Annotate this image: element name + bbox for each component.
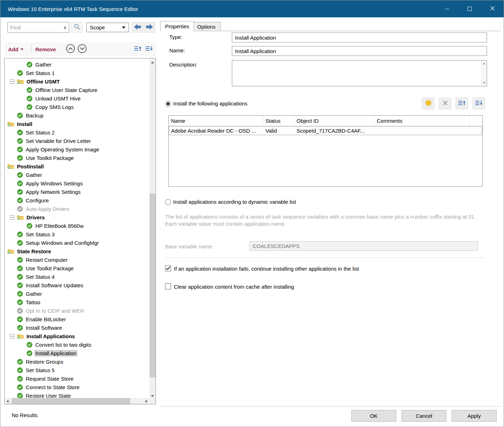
tree-item[interactable]: Gather [5, 289, 150, 298]
tree-item[interactable]: Install Application [5, 349, 150, 357]
vertical-scroll-thumb[interactable] [150, 194, 156, 377]
find-input[interactable] [8, 24, 61, 30]
tree-item[interactable]: Restore User State [5, 391, 150, 398]
tree-item[interactable]: Drivers [5, 213, 150, 221]
tree-item[interactable]: HP EliteBook 8560w [5, 221, 150, 230]
tree-item[interactable]: Opt In to CEIP and WER [5, 306, 150, 315]
maximize-button[interactable] [458, 0, 481, 17]
tree-item[interactable]: Setup Windows and ConfigMgr [5, 238, 150, 247]
ok-button[interactable]: OK [351, 410, 396, 422]
tree-item[interactable]: Install [5, 120, 150, 128]
close-button[interactable] [481, 0, 504, 17]
scroll-down-icon[interactable] [150, 392, 156, 398]
tree-item[interactable]: Connect to State Store [5, 383, 150, 391]
table-row[interactable]: Adobe Acrobat Reader DC - OSD ...ValidSc… [169, 126, 482, 135]
column-header-status[interactable]: Status [263, 116, 294, 126]
tree-item-label: HP EliteBook 8560w [34, 223, 84, 229]
tree-item[interactable]: Offline User State Capture [5, 86, 150, 94]
new-application-button[interactable] [422, 98, 434, 109]
type-field[interactable] [232, 33, 487, 42]
tree-item[interactable]: Apply Windows Settings [5, 179, 150, 187]
tree-item[interactable]: Tattoo [5, 298, 150, 306]
group-folder-icon [7, 121, 14, 127]
tree-item[interactable]: Copy SMS Logs [5, 103, 150, 111]
tree-item[interactable]: Enable BitLocker [5, 315, 150, 323]
tree-item[interactable]: Convert list to two digits [5, 340, 150, 349]
continue-on-fail-checkbox[interactable] [165, 265, 171, 271]
name-field[interactable] [232, 46, 487, 56]
scroll-left-icon[interactable] [5, 398, 11, 404]
clear-cache-checkbox[interactable] [165, 283, 171, 289]
find-clear-button[interactable]: x [61, 25, 69, 30]
move-application-down-button[interactable] [473, 98, 485, 109]
find-next-button[interactable] [144, 22, 155, 33]
collapse-expander-icon[interactable] [10, 215, 14, 220]
tree-item[interactable]: Use Toolkit Package [5, 264, 150, 272]
tree-item[interactable]: Request State Store [5, 374, 150, 383]
expand-all-button[interactable] [77, 44, 87, 54]
tree-item[interactable]: Auto Apply Drivers [5, 204, 150, 213]
collapse-all-button[interactable] [66, 44, 75, 54]
tree-item[interactable]: State Restore [5, 247, 150, 255]
tree-item[interactable]: Restart Computer [5, 255, 150, 264]
tree-item-label: Apply Operating System Image [25, 146, 100, 153]
tree-item-label: Gather [25, 172, 43, 178]
move-step-up-button[interactable] [133, 44, 142, 53]
tree-item[interactable]: Set Status 5 [5, 366, 150, 374]
move-application-up-button[interactable] [456, 98, 468, 109]
collapse-expander-icon[interactable] [10, 79, 14, 84]
collapse-expander-icon[interactable] [10, 334, 14, 339]
column-header-object-id[interactable]: Object ID [294, 116, 374, 126]
tree-item[interactable]: Install Applications [5, 332, 150, 340]
tree-item[interactable]: Set Status 4 [5, 272, 150, 281]
tree-item[interactable]: Configure [5, 196, 150, 204]
tree-item[interactable]: Set Status 2 [5, 128, 150, 137]
tree-item[interactable]: Gather [5, 171, 150, 179]
tree-item-label: Install Application [34, 350, 77, 357]
minimize-button[interactable] [436, 0, 458, 17]
tree-item[interactable]: Set Variable for Drive Letter [5, 137, 150, 145]
remove-button[interactable]: Remove [35, 45, 56, 53]
column-header-comments[interactable]: Comments [374, 116, 470, 126]
tree-horizontal-scrollbar[interactable] [5, 398, 150, 404]
triangle-down-icon[interactable] [483, 82, 486, 84]
tree-item[interactable]: PostInstall [5, 162, 150, 171]
move-step-down-button[interactable] [144, 44, 154, 53]
description-field[interactable] [232, 60, 481, 86]
scroll-right-icon[interactable] [143, 398, 150, 404]
base-variable-field[interactable]: COALESCEDAPPS [250, 241, 478, 251]
tree-item[interactable]: Set Status 3 [5, 230, 150, 238]
tree-item[interactable]: Backup [5, 111, 150, 120]
tree-indent [5, 311, 17, 311]
tree-item[interactable]: Install Software Updates [5, 281, 150, 289]
step-check-icon [17, 240, 23, 246]
description-scrollbar[interactable] [481, 60, 487, 86]
tree-item[interactable]: Restore Groups [5, 357, 150, 366]
install-following-apps-radio[interactable] [165, 101, 171, 107]
tree-item[interactable]: Set Status 1 [5, 69, 150, 77]
add-button[interactable]: Add [8, 45, 23, 53]
delete-application-button[interactable] [439, 98, 451, 109]
tree-item[interactable]: Install Software [5, 323, 150, 332]
apply-button[interactable]: Apply [452, 410, 497, 422]
scope-dropdown[interactable]: Scope [86, 23, 129, 32]
tree-item[interactable]: Apply Network Settings [5, 187, 150, 196]
column-header-name[interactable]: Name [169, 116, 263, 126]
find-previous-button[interactable] [132, 22, 143, 33]
scroll-up-icon[interactable] [150, 58, 156, 64]
dynamic-variable-list-radio[interactable] [165, 199, 171, 205]
tab-properties[interactable]: Properties [160, 21, 194, 31]
tree-item[interactable]: Apply Operating System Image [5, 145, 150, 154]
tree-item[interactable]: Offline USMT [5, 77, 150, 86]
tree-item[interactable]: Unload USMT Hive [5, 94, 150, 103]
step-check-disabled-icon [17, 206, 23, 212]
tab-options[interactable]: Options [192, 22, 221, 31]
cancel-button[interactable]: Cancel [402, 410, 446, 422]
tree-item[interactable]: Use Toolkit Package [5, 154, 150, 162]
horizontal-scroll-thumb[interactable] [12, 398, 130, 404]
search-button[interactable] [71, 22, 83, 33]
triangle-up-icon[interactable] [483, 63, 486, 64]
step-check-icon [17, 129, 23, 135]
tree-item[interactable]: Gather [5, 60, 150, 69]
tree-vertical-scrollbar[interactable] [150, 58, 156, 398]
